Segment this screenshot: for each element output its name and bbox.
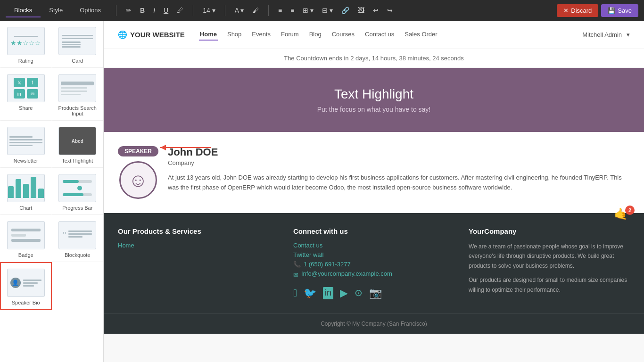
font-size[interactable]: 14 ▾ <box>200 5 218 16</box>
footer-products-heading: Our Products & Services <box>118 227 279 235</box>
emoji-count: 2 <box>625 206 635 215</box>
underline-icon[interactable]: U <box>161 5 171 16</box>
psi-bar-1 <box>61 82 94 85</box>
sidebar-item-speaker-bio[interactable]: 👤 Speaker Bio <box>0 262 52 310</box>
sidebar-item-products-search[interactable]: Products Search Input <box>52 68 104 121</box>
social-facebook[interactable]:  <box>293 287 297 299</box>
tab-options[interactable]: Options <box>71 4 109 17</box>
email-link[interactable]: Info@yourcompany.example.com <box>301 270 392 277</box>
pen-icon[interactable]: ✏ <box>123 5 134 16</box>
tab-style[interactable]: Style <box>41 4 71 17</box>
sidebar-grid: ★★☆☆☆ Rating <box>0 21 103 310</box>
font-family-icon[interactable]: A ▾ <box>232 5 247 16</box>
table-icon[interactable]: ⊟ ▾ <box>319 5 336 16</box>
share-thumb-content: 𝕏 f in ✉ <box>12 76 40 100</box>
newsletter-line-4 <box>9 145 33 146</box>
sidebar-label-blockquote: Blockquote <box>65 252 90 258</box>
tab-blocks[interactable]: Blocks <box>6 4 41 17</box>
user-dropdown-icon[interactable]: ▾ <box>627 31 630 38</box>
txthigh-thumb-content: Abcd <box>59 127 96 155</box>
sb-lines <box>23 280 41 287</box>
nav-sales-order[interactable]: Sales Order <box>404 29 438 41</box>
list-icon[interactable]: ≡ <box>275 5 285 16</box>
chart-bar-2 <box>16 179 21 198</box>
text-highlight-section: Text Highlight Put the focus on what you… <box>104 68 644 132</box>
sidebar-thumb-badge <box>7 221 45 249</box>
nav-events[interactable]: Events <box>251 29 272 41</box>
sidebar-item-badge[interactable]: Badge <box>0 215 52 262</box>
footer-twitter-wall-link[interactable]: Twitter wall <box>293 251 454 258</box>
footer-company-text2: Our products are designed for small to m… <box>469 275 630 295</box>
social-github[interactable]: ⊙ <box>355 287 363 299</box>
save-icon: 💾 <box>608 7 615 14</box>
sidebar-item-newsletter[interactable]: Newsletter <box>0 121 52 168</box>
sidebar-item-chart[interactable]: Chart <box>0 168 52 215</box>
save-button[interactable]: 💾 Save <box>601 4 638 17</box>
image-icon[interactable]: 🖼 <box>355 5 367 16</box>
sidebar-label-badge: Badge <box>18 252 33 258</box>
sidebar-item-card[interactable]: Card <box>52 21 104 68</box>
site-logo: 🌐 YOUR WEBSITE <box>118 30 185 39</box>
redo-icon[interactable]: ↪ <box>384 5 396 16</box>
sidebar-thumb-blockquote: " <box>58 221 96 249</box>
chart-bar-5 <box>38 189 44 198</box>
speaker-info: John DOE Company At just 13 years old, J… <box>168 146 630 193</box>
speaker-bio: At just 13 years old, John DOE was alrea… <box>168 173 630 193</box>
speaker-company: Company <box>168 159 630 166</box>
sb-avatar: 👤 <box>10 278 21 288</box>
nav-shop[interactable]: Shop <box>226 29 242 41</box>
sidebar-item-progress-bar[interactable]: Progress Bar <box>52 168 104 215</box>
psi-bar-4 <box>61 94 81 95</box>
discard-label: Discard <box>571 7 592 14</box>
sidebar-label-share: Share <box>19 105 33 111</box>
social-twitter[interactable]: 🐦 <box>304 287 316 299</box>
badge-bar-1 <box>11 229 41 231</box>
phone-icon: 📞 <box>293 261 301 268</box>
sidebar-item-rating[interactable]: ★★☆☆☆ Rating <box>0 21 52 68</box>
card-line-short-2 <box>62 44 81 45</box>
nav-home[interactable]: Home <box>199 29 218 41</box>
discard-x-icon: ✕ <box>563 7 569 14</box>
social-youtube[interactable]: ▶ <box>340 287 348 299</box>
color-icon[interactable]: 🖌 <box>249 5 262 16</box>
footer-contact-us-link[interactable]: Contact us <box>293 242 454 249</box>
countdown-bar: The Countdown ends in 2 days, 14 hours, … <box>104 49 644 68</box>
align-icon[interactable]: ⊞ ▾ <box>300 5 316 16</box>
site-footer: Our Products & Services Home Connect wit… <box>104 213 644 313</box>
footer-copyright: Copyright © My Company (San Francisco) <box>104 313 644 334</box>
toolbar-divider-4 <box>268 5 269 16</box>
newsletter-line-3 <box>9 142 42 143</box>
footer-company-text1: We are a team of passionate people whose… <box>469 242 630 271</box>
sidebar-thumb-products-search <box>58 74 96 102</box>
social-instagram[interactable]: 📷 <box>369 287 382 299</box>
badge-bar-3 <box>11 239 41 242</box>
nav-contact-us[interactable]: Contact us <box>364 29 395 41</box>
toolbar-divider-2 <box>193 5 193 16</box>
bq-line-2 <box>68 233 92 235</box>
ordered-list-icon[interactable]: ≡ <box>288 5 297 16</box>
sidebar-item-text-highlight[interactable]: Abcd Text Highlight <box>52 121 104 168</box>
sidebar-thumb-share: 𝕏 f in ✉ <box>7 74 45 102</box>
nav-courses[interactable]: Courses <box>331 29 355 41</box>
undo-icon[interactable]: ↩ <box>370 5 381 16</box>
speaker-wrapper: SPEAKER ☺ John DOE Company At just 13 ye… <box>104 132 644 213</box>
nav-forum[interactable]: Forum <box>280 29 300 41</box>
nav-blog[interactable]: Blog <box>308 29 322 41</box>
sidebar-item-share[interactable]: 𝕏 f in ✉ Share <box>0 68 52 121</box>
social-linkedin[interactable]: in <box>323 287 333 299</box>
italic-icon[interactable]: I <box>150 5 158 16</box>
sidebar-item-blockquote[interactable]: " Blockquote <box>52 215 104 262</box>
sidebar-label-products-search: Products Search Input <box>56 105 99 116</box>
sidebar-label-rating: Rating <box>18 58 33 64</box>
speaker-section: SPEAKER ☺ John DOE Company At just 13 ye… <box>104 132 644 213</box>
bold-icon[interactable]: B <box>137 5 148 16</box>
newsletter-line-2 <box>9 139 42 140</box>
footer-col-products: Our Products & Services Home <box>118 227 279 299</box>
email-icon: ✉ <box>293 272 298 279</box>
discard-button[interactable]: ✕ Discard <box>557 4 598 17</box>
footer-link-home[interactable]: Home <box>118 242 279 249</box>
speaker-avatar: ☺ <box>119 161 157 199</box>
link-icon[interactable]: 🔗 <box>339 5 352 16</box>
psi-bar-3 <box>61 90 87 92</box>
brush-icon[interactable]: 🖊 <box>174 5 186 16</box>
